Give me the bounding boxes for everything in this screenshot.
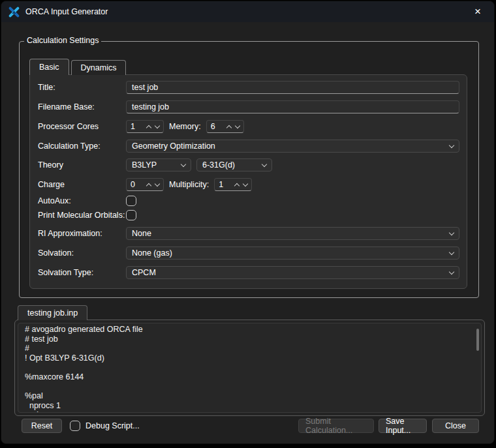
filename-row: Filename Base: testing job — [38, 100, 459, 113]
code-line: end — [25, 410, 474, 413]
multiplicity-spin-up-icon[interactable] — [234, 183, 240, 188]
cores-memory-row: Processor Cores 1 Memory: 6 — [38, 120, 459, 133]
solvation-label: Solvation: — [38, 248, 126, 258]
filename-label: Filename Base: — [38, 102, 126, 112]
calc-type-select[interactable]: Geometry Optimization — [126, 140, 459, 153]
solvation-type-select[interactable]: CPCM — [126, 266, 459, 279]
settings-tabbar: Basic Dynamics — [29, 59, 126, 75]
chevron-down-icon — [449, 230, 454, 235]
preview-pane: # avogadro generated ORCA file # test jo… — [14, 320, 485, 416]
code-line: # — [25, 344, 474, 353]
charge-label: Charge — [38, 180, 126, 189]
theory-row: Theory B3LYP 6-31G(d) — [38, 158, 459, 172]
multiplicity-value: 1 — [219, 180, 235, 189]
close-button[interactable]: Close — [432, 419, 479, 433]
code-line: # test job — [25, 335, 474, 344]
charge-spin-up-icon[interactable] — [146, 183, 151, 188]
theory-method-select[interactable]: B3LYP — [126, 158, 191, 172]
calc-type-label: Calculation Type: — [38, 142, 126, 151]
group-title: Calculation Settings — [24, 36, 101, 45]
autoaux-label: AutoAux: — [38, 196, 126, 205]
input-file-tab-label: testing job.inp — [27, 308, 78, 318]
charge-multiplicity-row: Charge 0 Multiplicity: 1 — [38, 178, 459, 191]
code-line: %maxcore 6144 — [25, 372, 474, 382]
avogadro-app-icon — [8, 6, 20, 18]
autoaux-checkbox[interactable] — [126, 196, 136, 206]
cores-spin-up-icon[interactable] — [146, 125, 151, 130]
window-title: ORCA Input Generator — [25, 7, 108, 16]
theory-label: Theory — [38, 160, 126, 170]
print-mo-checkbox[interactable] — [126, 210, 136, 220]
code-line: ! Opt B3LYP 6-31G(d) — [25, 353, 474, 363]
save-input-button[interactable]: Save Input... — [379, 419, 427, 433]
basic-tab-panel: Title: test job Filename Base: testing j… — [29, 74, 467, 289]
ri-select[interactable]: None — [126, 227, 459, 240]
ri-row: RI Approximation: None — [38, 227, 459, 240]
memory-value: 6 — [211, 122, 227, 131]
filename-input[interactable]: testing job — [126, 100, 459, 113]
solvation-select[interactable]: None (gas) — [126, 246, 459, 260]
preview-tabbar: testing job.inp — [18, 305, 87, 320]
chevron-down-icon — [449, 249, 454, 254]
print-mo-label: Print Molecular Orbitals: — [38, 211, 126, 220]
tab-basic-label: Basic — [39, 63, 59, 72]
code-line — [25, 382, 474, 392]
title-input[interactable]: test job — [126, 81, 459, 94]
solvation-type-row: Solvation Type: CPCM — [38, 266, 459, 279]
calculation-settings-group: Calculation Settings Basic Dynamics Titl… — [19, 41, 479, 298]
charge-spinbox[interactable]: 0 — [126, 178, 164, 191]
charge-value: 0 — [131, 180, 147, 189]
ri-label: RI Approximation: — [38, 229, 126, 238]
theory-method-value: B3LYP — [132, 160, 181, 170]
multiplicity-spinbox[interactable]: 1 — [214, 178, 252, 191]
save-input-label: Save Input... — [386, 417, 420, 435]
calc-type-value: Geometry Optimization — [132, 142, 450, 151]
chevron-down-icon — [181, 161, 186, 166]
close-icon[interactable]: × — [469, 4, 486, 20]
reset-button-label: Reset — [31, 421, 53, 430]
cores-value: 1 — [131, 122, 147, 131]
autoaux-row: AutoAux: — [38, 196, 459, 206]
solvation-row: Solvation: None (gas) — [38, 246, 459, 260]
code-line: nprocs 1 — [25, 401, 474, 411]
filename-value: testing job — [132, 102, 169, 112]
chevron-down-icon — [449, 142, 454, 147]
vertical-scrollbar[interactable] — [476, 329, 479, 351]
debug-script-label: Debug Script... — [85, 421, 140, 430]
memory-spinbox[interactable]: 6 — [206, 120, 244, 133]
title-row: Title: test job — [38, 81, 459, 94]
debug-script-checkbox[interactable] — [70, 421, 80, 431]
title-label: Title: — [38, 83, 126, 92]
basis-set-value: 6-31G(d) — [202, 160, 262, 170]
memory-spin-up-icon[interactable] — [226, 125, 231, 130]
screen: ORCA Input Generator × Calculation Setti… — [0, 0, 496, 448]
cores-spinbox[interactable]: 1 — [126, 120, 164, 133]
close-button-label: Close — [445, 421, 466, 430]
code-line: # avogadro generated ORCA file — [25, 325, 474, 335]
title-value: test job — [132, 83, 158, 92]
tab-basic[interactable]: Basic — [29, 59, 69, 75]
tab-dynamics[interactable]: Dynamics — [71, 60, 127, 75]
cores-label: Processor Cores — [38, 122, 126, 131]
basis-set-select[interactable]: 6-31G(d) — [196, 158, 272, 172]
memory-spin-down-icon[interactable] — [234, 123, 240, 128]
print-mo-row: Print Molecular Orbitals: — [38, 210, 459, 220]
chevron-down-icon — [262, 161, 267, 166]
reset-button[interactable]: Reset — [22, 419, 62, 433]
chevron-down-icon — [449, 269, 454, 274]
input-file-textarea[interactable]: # avogadro generated ORCA file # test jo… — [18, 323, 482, 413]
title-bar: ORCA Input Generator × — [1, 1, 494, 22]
tab-input-file[interactable]: testing job.inp — [18, 305, 87, 320]
charge-spin-down-icon[interactable] — [155, 181, 160, 186]
solvation-type-label: Solvation Type: — [38, 268, 126, 277]
multiplicity-label: Multiplicity: — [169, 180, 209, 189]
orca-input-generator-dialog: ORCA Input Generator × Calculation Setti… — [1, 1, 495, 444]
memory-label: Memory: — [169, 122, 201, 131]
solvation-type-value: CPCM — [132, 268, 450, 277]
multiplicity-spin-down-icon[interactable] — [243, 181, 248, 186]
ri-value: None — [132, 229, 450, 238]
tab-dynamics-label: Dynamics — [81, 63, 117, 72]
submit-calculation-button[interactable]: Submit Calculation... — [298, 419, 374, 433]
cores-spin-down-icon[interactable] — [155, 123, 160, 128]
code-line: %pal — [25, 391, 474, 401]
